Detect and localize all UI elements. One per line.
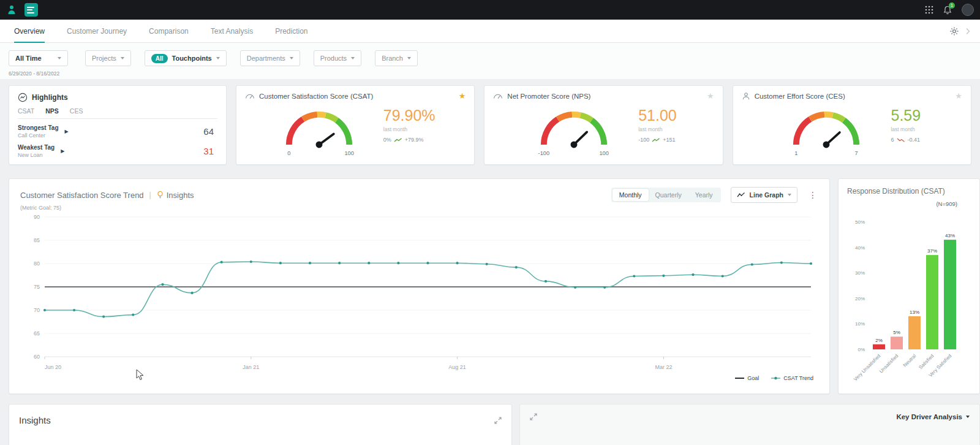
settings-gear-icon[interactable]	[949, 26, 959, 36]
tab-customer-journey[interactable]: Customer Journey	[67, 20, 127, 43]
trend-circle-icon	[18, 93, 28, 102]
legend-goal[interactable]: Goal	[735, 375, 759, 381]
strongest-tag-value: 64	[203, 126, 217, 137]
trend-line-chart: 60657075808590Jun 20Jan 21Aug 21Mar 22	[20, 211, 818, 374]
insights-panel: Insights	[9, 404, 512, 445]
svg-text:13%: 13%	[910, 310, 919, 315]
highlights-tab-csat[interactable]: CSAT	[18, 107, 34, 115]
caret-down-icon	[966, 416, 970, 418]
svg-text:70: 70	[34, 307, 40, 313]
chevron-right-icon[interactable]	[965, 28, 970, 35]
tab-text-analysis[interactable]: Text Analysis	[211, 20, 253, 43]
weakest-tag-value: 31	[203, 146, 217, 156]
response-distribution-title: Response Distribution (CSAT)	[847, 187, 979, 196]
ces-title: Customer Effort Score (CES)	[755, 93, 845, 100]
all-badge: All	[151, 54, 168, 63]
svg-text:10%: 10%	[855, 321, 865, 327]
tab-overview[interactable]: Overview	[14, 20, 45, 43]
svg-text:43%: 43%	[945, 233, 955, 238]
strongest-tag-row[interactable]: Strongest Tag Call Center ▶ 64	[18, 124, 217, 139]
chart-type-dropdown[interactable]: Line Graph	[731, 187, 797, 203]
products-filter[interactable]: Products	[314, 50, 361, 66]
ces-gauge: 17	[783, 102, 870, 159]
expand-icon[interactable]	[530, 413, 537, 420]
projects-filter[interactable]: Projects	[85, 50, 131, 66]
period-yearly[interactable]: Yearly	[688, 189, 720, 201]
weakest-tag-row[interactable]: Weakest Tag New Loan ▶ 31	[18, 144, 217, 158]
expand-caret-icon[interactable]: ▶	[64, 129, 68, 134]
csat-gauge-icon	[245, 93, 255, 100]
departments-filter[interactable]: Departments	[240, 50, 300, 66]
svg-text:20%: 20%	[855, 296, 865, 302]
nps-title: Net Promoter Score (NPS)	[507, 93, 590, 100]
tab-prediction[interactable]: Prediction	[275, 20, 307, 43]
main-content: Highlights CSAT NPS CES Strongest Tag Ca…	[0, 79, 980, 445]
highlights-tab-ces[interactable]: CES	[70, 107, 83, 115]
nps-gauge-icon	[493, 93, 503, 100]
caret-down-icon	[121, 57, 124, 59]
line-chart-icon	[737, 192, 745, 198]
svg-text:Satisfied: Satisfied	[918, 353, 935, 370]
insights-toggle[interactable]: Insights	[157, 191, 194, 200]
svg-text:0%: 0%	[858, 347, 865, 352]
notification-badge: 1	[949, 2, 955, 9]
caret-down-icon	[290, 57, 293, 59]
favorite-star-icon[interactable]: ★	[707, 91, 714, 101]
tabbar: Overview Customer Journey Comparison Tex…	[0, 20, 980, 43]
filterbar: All Time Projects All Touchpoints Depart…	[0, 43, 980, 79]
apps-grid-icon[interactable]	[925, 6, 933, 14]
nps-card: Net Promoter Score (NPS) ★ -100100 51.00…	[484, 85, 723, 165]
ces-value: 5.59	[891, 107, 921, 124]
metric-goal-label: (Metric Goal: 75)	[20, 205, 818, 211]
nps-value: 51.00	[638, 107, 677, 124]
caret-down-icon	[407, 57, 411, 59]
svg-text:80: 80	[34, 261, 40, 267]
svg-text:37%: 37%	[927, 248, 937, 254]
svg-text:Aug 21: Aug 21	[448, 364, 466, 370]
favorite-star-icon[interactable]: ★	[955, 91, 962, 101]
svg-text:40%: 40%	[855, 245, 865, 251]
svg-text:Jan 21: Jan 21	[243, 364, 259, 370]
response-bar-chart: 0%10%20%30%40%50%2%Very Unsatisfied5%Uns…	[847, 207, 980, 386]
person-logo-icon[interactable]	[6, 4, 17, 15]
svg-text:Neutral: Neutral	[902, 353, 918, 368]
legend-csat-trend[interactable]: CSAT Trend	[771, 375, 813, 381]
svg-text:7: 7	[855, 150, 858, 156]
branch-filter[interactable]: Branch	[375, 50, 418, 66]
more-options-kebab-icon[interactable]: ⋮	[807, 190, 818, 200]
period-monthly[interactable]: Monthly	[612, 189, 649, 201]
svg-text:30%: 30%	[855, 270, 865, 276]
caret-down-icon	[216, 57, 220, 59]
caret-down-icon	[351, 57, 355, 59]
user-avatar[interactable]	[962, 4, 974, 16]
svg-text:-100: -100	[538, 150, 550, 156]
svg-text:5%: 5%	[893, 330, 900, 335]
date-range-label: 6/29/2020 - 8/16/2022	[9, 70, 971, 77]
csat-value: 79.90%	[383, 107, 435, 124]
svg-text:Jun 20: Jun 20	[45, 364, 61, 370]
svg-text:100: 100	[344, 150, 353, 156]
topbar: 1	[0, 0, 980, 20]
svg-text:85: 85	[34, 237, 40, 243]
time-range-select[interactable]: All Time	[9, 50, 68, 66]
svg-text:60: 60	[34, 354, 40, 360]
notifications-bell-icon[interactable]: 1	[943, 6, 952, 15]
highlights-title: Highlights	[32, 93, 68, 102]
expand-caret-icon[interactable]: ▶	[61, 148, 64, 154]
svg-text:Mar 22: Mar 22	[655, 364, 672, 370]
list-app-icon[interactable]	[24, 3, 38, 17]
svg-text:Unsatisfied: Unsatisfied	[878, 353, 899, 374]
highlights-tab-nps[interactable]: NPS	[45, 107, 59, 115]
period-quarterly[interactable]: Quarterly	[649, 189, 688, 201]
svg-text:90: 90	[34, 214, 40, 220]
tab-comparison[interactable]: Comparison	[149, 20, 189, 43]
insights-panel-title: Insights	[19, 415, 51, 425]
trend-up-icon	[394, 137, 402, 143]
favorite-star-icon[interactable]: ★	[459, 91, 466, 101]
touchpoints-filter[interactable]: All Touchpoints	[145, 50, 227, 66]
trend-down-icon	[897, 137, 905, 143]
csat-gauge: 0100	[276, 102, 363, 159]
svg-text:75: 75	[34, 284, 40, 290]
key-driver-analysis-dropdown[interactable]: Key Driver Analysis	[896, 413, 970, 420]
expand-icon[interactable]	[494, 417, 502, 424]
